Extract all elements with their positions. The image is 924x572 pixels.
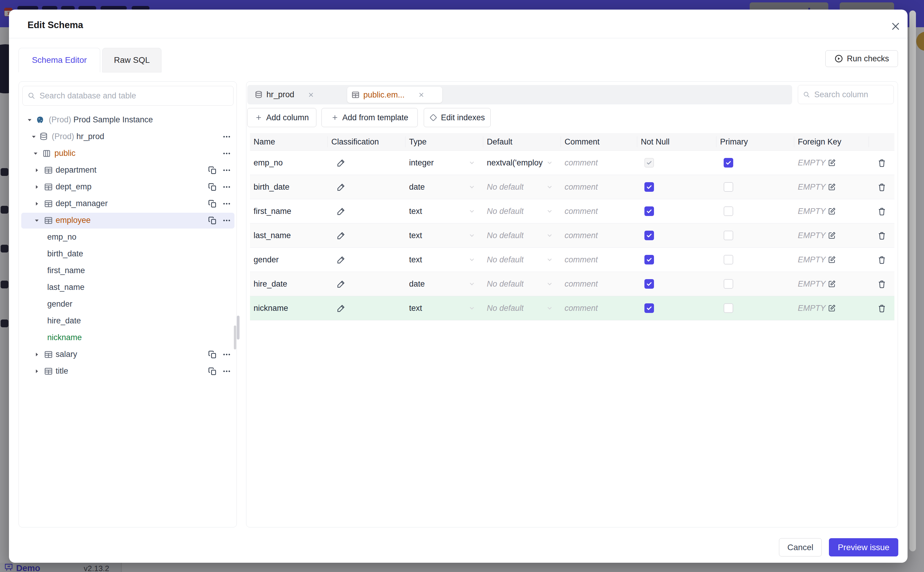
- not-null-checkbox[interactable]: [644, 207, 654, 216]
- classification-edit-icon[interactable]: [337, 304, 346, 312]
- run-checks-button[interactable]: Run checks: [825, 50, 898, 67]
- comment-input[interactable]: comment: [564, 304, 598, 313]
- foreign-key-cell[interactable]: EMPTY: [794, 207, 869, 216]
- close-icon[interactable]: [418, 91, 425, 98]
- add-column-button[interactable]: Add column: [247, 108, 316, 127]
- caret-right-icon[interactable]: [33, 351, 40, 358]
- primary-checkbox[interactable]: [724, 279, 733, 289]
- default-select[interactable]: No default: [483, 207, 561, 216]
- type-select[interactable]: integer: [406, 158, 483, 168]
- more-icon[interactable]: [222, 149, 231, 158]
- not-null-checkbox[interactable]: [644, 255, 654, 264]
- tree-item-title[interactable]: title: [19, 363, 237, 380]
- primary-checkbox[interactable]: [724, 255, 733, 264]
- edit-foreign-key-icon[interactable]: [828, 256, 836, 264]
- column-name[interactable]: hire_date: [250, 280, 328, 289]
- comment-input[interactable]: comment: [564, 255, 598, 264]
- foreign-key-cell[interactable]: EMPTY: [794, 255, 869, 264]
- more-icon[interactable]: [222, 199, 231, 208]
- primary-checkbox[interactable]: [724, 231, 733, 240]
- foreign-key-cell[interactable]: EMPTY: [794, 304, 869, 313]
- classification-edit-icon[interactable]: [337, 182, 346, 191]
- tree-item-hr_prod[interactable]: (Prod) hr_prod: [19, 128, 237, 145]
- copy-icon[interactable]: [208, 216, 217, 225]
- tree-item-employee[interactable]: employee: [19, 212, 237, 229]
- caret-right-icon[interactable]: [33, 183, 40, 191]
- not-null-checkbox[interactable]: [644, 279, 654, 289]
- tree-item-public[interactable]: public: [19, 145, 237, 162]
- tab-chip-database[interactable]: hr_prod: [254, 85, 315, 104]
- caret-down-icon[interactable]: [32, 150, 39, 157]
- classification-edit-icon[interactable]: [337, 255, 346, 264]
- tree-item-first_name[interactable]: first_name: [19, 263, 237, 279]
- edit-foreign-key-icon[interactable]: [828, 159, 836, 166]
- page-scrollbar[interactable]: [909, 11, 916, 551]
- tree-search-input[interactable]: [39, 91, 228, 101]
- edit-foreign-key-icon[interactable]: [828, 232, 836, 239]
- delete-column-icon[interactable]: [877, 255, 886, 264]
- tree-item-department[interactable]: department: [19, 162, 237, 179]
- column-name[interactable]: emp_no: [250, 158, 328, 168]
- type-select[interactable]: text: [406, 207, 483, 216]
- more-icon[interactable]: [222, 350, 231, 359]
- comment-input[interactable]: comment: [564, 182, 598, 192]
- not-null-checkbox[interactable]: [644, 303, 654, 313]
- primary-checkbox[interactable]: [724, 207, 733, 216]
- tree-item-birth_date[interactable]: birth_date: [19, 246, 237, 263]
- foreign-key-cell[interactable]: EMPTY: [794, 231, 869, 240]
- more-icon[interactable]: [222, 132, 231, 141]
- close-icon[interactable]: [890, 20, 902, 32]
- default-select[interactable]: No default: [483, 182, 561, 192]
- tree-item-gender[interactable]: gender: [19, 296, 237, 312]
- classification-edit-icon[interactable]: [337, 280, 346, 288]
- comment-input[interactable]: comment: [564, 158, 598, 168]
- default-select[interactable]: No default: [483, 231, 561, 240]
- tree-item-last_name[interactable]: last_name: [19, 279, 237, 296]
- more-icon[interactable]: [222, 367, 231, 376]
- comment-input[interactable]: comment: [564, 280, 598, 289]
- tab-schema-editor[interactable]: Schema Editor: [19, 48, 100, 72]
- delete-column-icon[interactable]: [877, 280, 886, 288]
- more-icon[interactable]: [222, 166, 231, 175]
- tree-item-nickname[interactable]: nickname: [19, 330, 237, 346]
- column-name[interactable]: nickname: [250, 304, 328, 313]
- tab-chip-table-active[interactable]: public.em...: [347, 87, 442, 103]
- not-null-checkbox[interactable]: [644, 231, 654, 240]
- more-icon[interactable]: [222, 182, 231, 191]
- delete-column-icon[interactable]: [877, 231, 886, 240]
- type-select[interactable]: date: [406, 280, 483, 289]
- tree-item-emp_no[interactable]: emp_no: [19, 229, 237, 246]
- more-icon[interactable]: [222, 216, 231, 225]
- primary-checkbox[interactable]: [724, 182, 733, 192]
- type-select[interactable]: date: [406, 182, 483, 192]
- copy-icon[interactable]: [208, 199, 217, 208]
- tree-item-salary[interactable]: salary: [19, 346, 237, 363]
- tree-item-dept_manager[interactable]: dept_manager: [19, 195, 237, 212]
- tree-search[interactable]: [22, 86, 234, 106]
- tab-raw-sql[interactable]: Raw SQL: [102, 48, 161, 72]
- classification-edit-icon[interactable]: [337, 207, 346, 216]
- type-select[interactable]: text: [406, 231, 483, 240]
- tree-item-hire_date[interactable]: hire_date: [19, 312, 237, 330]
- copy-icon[interactable]: [208, 350, 217, 359]
- column-name[interactable]: first_name: [250, 207, 328, 216]
- close-icon[interactable]: [307, 91, 315, 98]
- classification-edit-icon[interactable]: [337, 158, 346, 167]
- edit-foreign-key-icon[interactable]: [828, 304, 836, 312]
- tree-item-Prod Sample Instance[interactable]: (Prod) Prod Sample Instance: [19, 112, 237, 128]
- caret-right-icon[interactable]: [33, 200, 40, 207]
- caret-down-icon[interactable]: [30, 133, 37, 140]
- sidebar-scrollbar[interactable]: [234, 325, 236, 350]
- edit-foreign-key-icon[interactable]: [828, 207, 836, 215]
- column-name[interactable]: birth_date: [250, 182, 328, 192]
- foreign-key-cell[interactable]: EMPTY: [794, 182, 869, 192]
- default-select[interactable]: nextval('employ: [483, 158, 561, 168]
- edit-indexes-button[interactable]: Edit indexes: [424, 108, 491, 127]
- primary-checkbox[interactable]: [724, 303, 733, 313]
- add-from-template-button[interactable]: Add from template: [321, 108, 418, 127]
- caret-right-icon[interactable]: [33, 166, 40, 174]
- comment-input[interactable]: comment: [564, 231, 598, 240]
- column-name[interactable]: gender: [250, 255, 328, 264]
- type-select[interactable]: text: [406, 304, 483, 313]
- type-select[interactable]: text: [406, 255, 483, 264]
